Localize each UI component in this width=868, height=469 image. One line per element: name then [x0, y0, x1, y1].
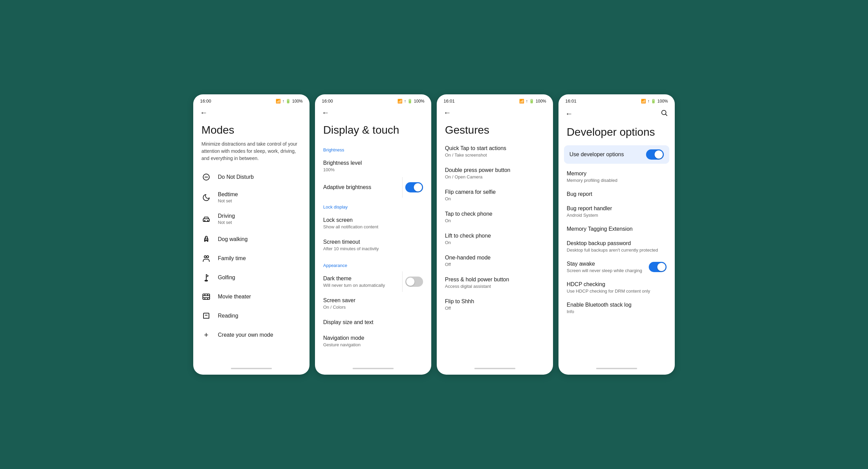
mode-item-family[interactable]: Family time — [193, 249, 310, 268]
mode-item-dnd[interactable]: Do Not Disturb — [193, 168, 310, 187]
gesture-hold-power[interactable]: Press & hold power button Access digital… — [437, 272, 553, 294]
gesture-quick-tap[interactable]: Quick Tap to start actions On / Take scr… — [437, 140, 553, 162]
search-button-4[interactable] — [660, 109, 668, 119]
mode-item-movie[interactable]: Movie theater — [193, 287, 310, 306]
adaptive-brightness-item[interactable]: Adaptive brightness — [323, 179, 399, 195]
dark-theme-item[interactable]: Dark theme Will never turn on automatica… — [323, 271, 399, 293]
modes-content: Do Not Disturb Bedtime Not set Driving — [193, 168, 310, 364]
gesture-flip-shhh[interactable]: Flip to Shhh Off — [437, 294, 553, 316]
screen-saver-value: On / Colors — [323, 305, 355, 310]
page-title-3: Gestures — [437, 118, 553, 140]
golf-label: Golfing — [218, 274, 235, 281]
adaptive-brightness-label: Adaptive brightness — [323, 184, 371, 190]
dnd-icon — [201, 172, 211, 182]
gesture-tap-check-label: Tap to check phone — [445, 211, 545, 217]
screen-saver-label: Screen saver — [323, 297, 355, 304]
toggle-knob-dark — [406, 278, 415, 286]
bottom-indicator-4 — [558, 364, 675, 375]
toggle-knob-stay-awake — [657, 263, 666, 271]
screen-saver-item[interactable]: Screen saver On / Colors — [315, 293, 431, 314]
back-button-1[interactable]: ← — [200, 109, 208, 117]
dev-stay-awake-label: Stay awake — [567, 261, 642, 267]
bedtime-icon — [201, 193, 211, 202]
gesture-one-handed-label: One-handed mode — [445, 255, 545, 261]
stay-awake-toggle[interactable] — [649, 262, 667, 272]
back-button-3[interactable]: ← — [444, 109, 451, 117]
create-mode-item[interactable]: + Create your own mode — [193, 325, 310, 345]
mode-item-dog[interactable]: Dog walking — [193, 230, 310, 249]
dog-icon — [201, 234, 211, 244]
adaptive-brightness-row: Adaptive brightness — [315, 177, 431, 198]
adaptive-brightness-toggle[interactable] — [405, 182, 423, 192]
dev-backup-password-item[interactable]: Desktop backup password Desktop full bac… — [558, 236, 675, 257]
dev-hdcp-item[interactable]: HDCP checking Use HDCP checking for DRM … — [558, 277, 675, 298]
screen-timeout-item[interactable]: Screen timeout After 10 minutes of inact… — [315, 234, 431, 256]
page-title-2: Display & touch — [315, 118, 431, 140]
navigation-mode-label: Navigation mode — [323, 335, 364, 341]
bottom-bar-3 — [474, 368, 515, 369]
use-dev-options-item[interactable]: Use developer options — [564, 145, 669, 164]
nav-bar-1: ← — [193, 106, 310, 118]
back-button-4[interactable]: ← — [565, 110, 573, 118]
dev-bug-report-item[interactable]: Bug report — [558, 187, 675, 201]
movie-label: Movie theater — [218, 294, 251, 300]
status-icons-4: 📶 ↑ 🔋 100% — [641, 99, 668, 104]
toggle-knob-dev — [655, 150, 663, 159]
dev-bluetooth-log-item[interactable]: Enable Bluetooth stack log Info — [558, 298, 675, 318]
brightness-level-item[interactable]: Brightness level 100% — [315, 155, 431, 177]
brightness-level-value: 100% — [323, 167, 362, 172]
driving-sublabel: Not set — [218, 220, 235, 225]
mode-item-driving[interactable]: Driving Not set — [193, 208, 310, 230]
dev-memory-item[interactable]: Memory Memory profiling disabled — [558, 166, 675, 187]
dev-mte-item[interactable]: Memory Tagging Extension — [558, 222, 675, 236]
phone-display: 16:00 📶 ↑ 🔋 100% ← Display & touch Brigh… — [315, 94, 431, 375]
driving-icon — [201, 214, 211, 224]
status-time-4: 16:01 — [565, 98, 577, 104]
bottom-bar-4 — [596, 368, 637, 369]
dev-hdcp-sublabel: Use HDCP checking for DRM content only — [567, 289, 667, 294]
status-time-1: 16:00 — [200, 98, 211, 104]
gesture-hold-power-value: Access digital assistant — [445, 284, 545, 289]
dev-bluetooth-log-sublabel: Info — [567, 309, 667, 314]
gesture-lift-check-value: On — [445, 240, 545, 245]
dev-backup-password-sublabel: Desktop full backups aren't currently pr… — [567, 247, 667, 253]
nav-bar-2: ← — [315, 106, 431, 118]
gesture-lift-check[interactable]: Lift to check phone On — [437, 228, 553, 250]
dark-theme-toggle[interactable] — [405, 277, 423, 287]
phone-developer: 16:01 📶 ↑ 🔋 100% ← Developer options Use… — [558, 94, 675, 375]
dev-stay-awake-item[interactable]: Stay awake Screen will never sleep while… — [558, 257, 675, 277]
dev-bug-report-handler-item[interactable]: Bug report handler Android System — [558, 201, 675, 222]
lock-screen-value: Show all notification content — [323, 224, 378, 229]
phone-modes: 16:00 📶 ↑ 🔋 100% ← Modes Minimize distra… — [193, 94, 310, 375]
gesture-double-press[interactable]: Double press power button On / Open Came… — [437, 162, 553, 184]
gesture-tap-check[interactable]: Tap to check phone On — [437, 206, 553, 228]
lock-screen-item[interactable]: Lock screen Show all notification conten… — [315, 212, 431, 234]
mode-item-golf[interactable]: Golfing — [193, 268, 310, 287]
dev-bug-report-handler-label: Bug report handler — [567, 205, 667, 212]
gesture-flip-camera[interactable]: Flip camera for selfie On — [437, 184, 553, 206]
svg-point-3 — [204, 220, 205, 222]
phones-container: 16:00 📶 ↑ 🔋 100% ← Modes Minimize distra… — [193, 94, 675, 375]
gesture-double-press-value: On / Open Camera — [445, 174, 545, 179]
driving-label: Driving — [218, 213, 235, 219]
dev-backup-password-label: Desktop backup password — [567, 240, 667, 246]
status-bar-3: 16:01 📶 ↑ 🔋 100% — [437, 94, 553, 106]
gesture-one-handed[interactable]: One-handed mode Off — [437, 250, 553, 272]
mode-item-reading[interactable]: Reading — [193, 306, 310, 325]
dev-stay-awake-sublabel: Screen will never sleep while charging — [567, 268, 642, 273]
bottom-bar-2 — [353, 368, 394, 369]
display-size-item[interactable]: Display size and text — [315, 314, 431, 330]
mode-item-bedtime[interactable]: Bedtime Not set — [193, 187, 310, 208]
svg-point-5 — [205, 238, 206, 239]
use-dev-options-toggle[interactable] — [646, 149, 664, 160]
gesture-quick-tap-label: Quick Tap to start actions — [445, 145, 545, 151]
gesture-quick-tap-value: On / Take screenshot — [445, 152, 545, 158]
bedtime-label: Bedtime — [218, 191, 238, 198]
gestures-content: Quick Tap to start actions On / Take scr… — [437, 140, 553, 364]
divider-adaptive — [402, 177, 403, 198]
gesture-hold-power-label: Press & hold power button — [445, 277, 545, 283]
navigation-mode-item[interactable]: Navigation mode Gesture navigation — [315, 330, 431, 352]
back-button-2[interactable]: ← — [322, 109, 329, 117]
divider-dark — [402, 271, 403, 292]
gesture-flip-camera-label: Flip camera for selfie — [445, 189, 545, 195]
